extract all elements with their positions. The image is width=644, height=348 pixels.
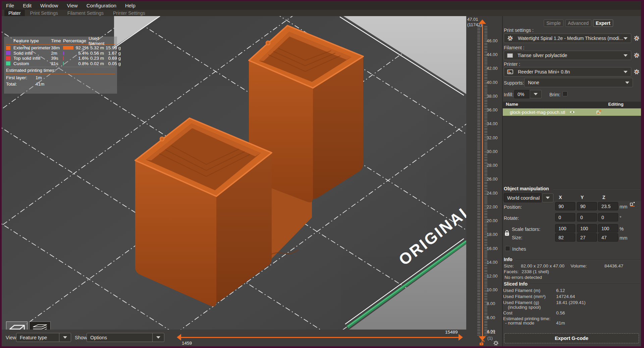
tab-print-settings[interactable]: Print Settings — [26, 10, 62, 16]
scale-y-field[interactable] — [577, 224, 597, 233]
name-column-header: Name — [506, 102, 518, 108]
rotate-unit: ° — [620, 215, 622, 220]
info-size-value: 82.00 x 27.00 x 47.00 — [521, 263, 565, 268]
rotate-y-field[interactable] — [577, 213, 597, 221]
infill-value-box[interactable]: 0% — [514, 90, 530, 98]
printer-gear-button[interactable] — [634, 69, 640, 75]
legend-row-top-solid-infill: Top solid infill 39s 1.6% 0.23 m 0.69 g — [6, 56, 115, 61]
chevron-down-icon — [534, 93, 538, 95]
menu-help[interactable]: Help — [125, 3, 136, 8]
chevron-down-icon — [63, 336, 67, 339]
gcode-slider-max-label: 15489 — [445, 330, 458, 335]
axis-y-header: Y — [581, 195, 584, 200]
filament-color-swatch — [507, 53, 513, 58]
feature-pct: 0.8% — [74, 61, 89, 66]
feature-label: Solid infill — [13, 51, 51, 56]
window-border-bottom — [0, 346, 644, 348]
filament-select[interactable]: Tianse silver polylactide — [504, 51, 631, 60]
export-gcode-button[interactable]: Export G-code — [504, 333, 639, 343]
feature-bar — [63, 51, 74, 55]
window-border-top — [0, 0, 644, 1]
brim-checkbox[interactable] — [562, 91, 568, 96]
mode-switcher: Simple Advanced Expert — [544, 19, 613, 27]
feature-label: Custom — [13, 61, 51, 66]
menu-file[interactable]: File — [6, 3, 14, 8]
gcode-slider-min-label: 1459 — [182, 341, 192, 346]
menu-edit[interactable]: Edit — [23, 3, 32, 8]
print-settings-gear-button[interactable] — [634, 35, 640, 41]
menu-view[interactable]: View — [67, 3, 77, 8]
tab-filament-settings[interactable]: Filament Settings — [63, 10, 108, 16]
layer-slider-panel: 47.01 (11742) 46.0044.00 42.0040.00 38.0… — [466, 16, 502, 346]
feature-pct: 92.2% — [74, 45, 89, 50]
print-settings-label: Print settings : — [504, 28, 534, 33]
axis-z-header: Z — [602, 195, 605, 200]
mode-advanced-button[interactable]: Advanced — [565, 19, 591, 27]
object-name: glock-pocket-mag-pouch.stl — [510, 110, 565, 115]
position-x-field[interactable] — [555, 202, 575, 210]
legend-estimated-title: Estimated printing times: — [6, 68, 115, 73]
infill-dropdown-button[interactable] — [530, 90, 542, 98]
size-y-field[interactable] — [577, 233, 597, 242]
mode-simple-button[interactable]: Simple — [544, 19, 564, 27]
supports-label: Supports: — [504, 80, 524, 86]
gcode-slider-right-handle[interactable] — [459, 334, 463, 341]
print-settings-select[interactable]: Watertight Spiral 1.2e - Medium Thicknes… — [504, 34, 631, 43]
scale-z-field[interactable] — [598, 224, 618, 233]
chevron-down-icon — [546, 197, 550, 199]
show-select[interactable]: Options — [87, 333, 164, 342]
feature-color-swatch — [6, 56, 10, 60]
gcode-slider-left-handle[interactable] — [177, 334, 181, 341]
print-profile-gear-icon — [507, 35, 513, 41]
view-label: View — [6, 335, 16, 340]
printer-select[interactable]: Reeder Prusa Mini+ 0.8n — [504, 67, 631, 77]
tab-plater[interactable]: Plater — [4, 10, 25, 16]
infill-label: Infill: — [504, 92, 514, 97]
inches-checkbox[interactable] — [505, 246, 510, 251]
feature-length: 0.02 m — [89, 61, 104, 66]
section-line — [529, 284, 640, 285]
supports-select[interactable]: None — [524, 78, 633, 87]
layer-slider-lock-icon[interactable] — [479, 340, 485, 346]
view-select[interactable]: Feature type — [16, 333, 71, 342]
coordinate-system-dropdown-button[interactable] — [542, 193, 553, 202]
size-z-field[interactable] — [598, 233, 618, 242]
legend-header-percentage: Percentage — [63, 38, 89, 43]
drop-to-bed-icon[interactable] — [630, 201, 635, 207]
info-volume-value: 84436.47 — [604, 263, 623, 268]
combo-divider — [59, 333, 59, 342]
layer-bottom-height: 0.21 — [487, 330, 495, 335]
position-label: Position: — [504, 204, 522, 210]
editing-modifier-icon[interactable] — [596, 110, 601, 115]
export-gcode-label: Export G-code — [555, 336, 588, 341]
position-z-field[interactable] — [598, 202, 618, 210]
uniform-scale-lock-icon[interactable] — [504, 230, 509, 236]
scale-x-field[interactable] — [555, 224, 575, 233]
layer-slider-rail[interactable] — [482, 24, 483, 337]
menu-configuration[interactable]: Configuration — [87, 3, 116, 8]
eye-visibility-icon[interactable] — [569, 110, 575, 114]
layer-top-height: 47.01 — [467, 17, 478, 22]
rotate-z-field[interactable] — [598, 213, 618, 221]
view-3d-button[interactable] — [6, 321, 28, 330]
mode-expert-button[interactable]: Expert — [593, 19, 613, 27]
slider-settings-gear-icon[interactable] — [493, 340, 499, 346]
feature-color-swatch — [6, 51, 10, 55]
position-y-field[interactable] — [577, 202, 597, 210]
combo-divider — [152, 333, 153, 342]
model-left-nub — [160, 137, 164, 141]
coordinate-system-select[interactable]: World coordinal — [504, 193, 542, 202]
preview-3d-viewport[interactable]: ORIGINAL — [2, 16, 466, 330]
bottom-toolbar: View Feature type Show Options 15489 145… — [2, 330, 466, 346]
object-list-row[interactable]: glock-pocket-mag-pouch.stl — [503, 108, 641, 116]
layer-slider-top-handle[interactable] — [479, 19, 486, 24]
chevron-down-icon — [156, 336, 160, 339]
size-x-field[interactable] — [555, 233, 575, 242]
tab-printer-settings[interactable]: Printer Settings — [109, 10, 149, 16]
sliced-info-title: Sliced Info — [504, 281, 528, 287]
menu-window[interactable]: Window — [40, 3, 58, 8]
gcode-slider-track[interactable] — [181, 337, 459, 338]
rotate-x-field[interactable] — [555, 213, 575, 221]
view-layers-button[interactable] — [29, 321, 51, 330]
filament-gear-button[interactable] — [634, 52, 640, 58]
